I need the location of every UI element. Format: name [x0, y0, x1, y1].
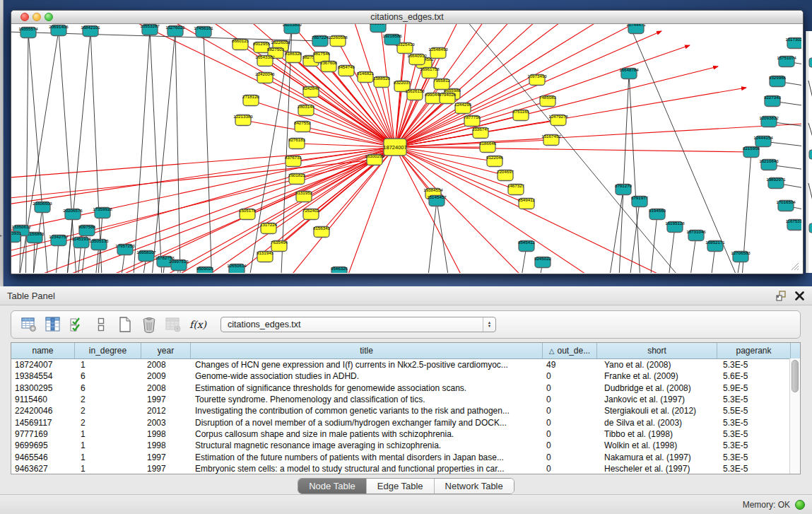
- network-node[interactable]: 10744471: [626, 24, 646, 34]
- network-node[interactable]: 15167452: [541, 134, 561, 146]
- network-node[interactable]: 9546325: [331, 266, 348, 274]
- network-node[interactable]: 7252402: [302, 208, 320, 220]
- column-header-pagerank[interactable]: pagerank: [717, 343, 791, 358]
- network-node[interactable]: 16210643: [759, 158, 779, 170]
- network-node[interactable]: 12479278: [548, 114, 568, 126]
- network-window[interactable]: citations_edges.txt 18724007183002958660…: [11, 10, 804, 274]
- network-node[interactable]: 12706583: [731, 250, 751, 262]
- network-node[interactable]: 9329966: [769, 75, 787, 87]
- table-row[interactable]: 969969511998Structural magnetic resonanc…: [11, 440, 800, 451]
- network-node[interactable]: 8660123: [232, 38, 249, 50]
- network-node[interactable]: 9242848: [302, 86, 320, 98]
- table-row[interactable]: 911546021997Tourette syndrome. Phenomeno…: [11, 394, 800, 405]
- network-node-hub[interactable]: 18724007: [383, 139, 406, 156]
- network-node[interactable]: 16961758: [420, 66, 440, 78]
- memory-ok-indicator[interactable]: [795, 500, 805, 510]
- table-scrollbar[interactable]: [789, 358, 800, 474]
- network-node[interactable]: 2718120: [242, 94, 260, 106]
- network-node[interactable]: 12260588: [328, 35, 348, 47]
- close-panel-icon[interactable]: [794, 290, 805, 301]
- network-node[interactable]: 9122046: [486, 155, 504, 167]
- table-row[interactable]: 2242004622012Investigating the contribut…: [11, 405, 800, 416]
- create-column-icon[interactable]: [116, 315, 134, 334]
- column-header-short[interactable]: short: [597, 343, 717, 358]
- delete-table-icon[interactable]: [164, 315, 182, 334]
- network-node[interactable]: 1588520: [373, 76, 391, 88]
- column-header-in-degree[interactable]: in_degree: [75, 343, 141, 358]
- network-node[interactable]: 2367608: [320, 60, 338, 72]
- network-node[interactable]: 8791279: [615, 183, 632, 195]
- delete-column-icon[interactable]: [140, 315, 158, 334]
- tab-edge-table[interactable]: Edge Table: [366, 479, 434, 493]
- network-node[interactable]: 12093832: [759, 115, 779, 127]
- network-node[interactable]: 2204697: [497, 169, 514, 181]
- network-node[interactable]: 17359928: [93, 206, 112, 218]
- network-node[interactable]: 15173024: [785, 37, 801, 49]
- table-selector-dropdown[interactable]: citations_edges.txt ▲▼: [220, 317, 496, 332]
- tab-network-table[interactable]: Network Table: [434, 479, 514, 493]
- network-node[interactable]: 9276183: [288, 137, 306, 149]
- network-node[interactable]: 1036747: [472, 127, 490, 139]
- network-node[interactable]: 12548493: [428, 47, 448, 59]
- network-node[interactable]: 16640910: [407, 53, 427, 65]
- network-node[interactable]: 9131952: [295, 190, 313, 202]
- network-node[interactable]: 2901823: [288, 173, 306, 185]
- table-row[interactable]: 977716911998Corpus callosum shape and si…: [11, 428, 800, 440]
- network-node[interactable]: 11451914: [71, 236, 91, 248]
- network-node[interactable]: 8215958: [743, 146, 760, 158]
- network-node[interactable]: 12342757: [49, 234, 69, 246]
- column-header-year[interactable]: year: [141, 343, 191, 358]
- network-node[interactable]: 7955812: [433, 78, 451, 90]
- network-node[interactable]: 7857224: [312, 35, 329, 47]
- network-node[interactable]: 20691406: [49, 24, 69, 36]
- network-node[interactable]: 20206576: [63, 208, 83, 220]
- network-node[interactable]: 10553287: [140, 24, 160, 35]
- network-node[interactable]: 9509025: [196, 266, 214, 274]
- table-row[interactable]: 1872400712008Changes of HCN gene express…: [11, 359, 800, 370]
- network-node[interactable]: 17016504: [776, 199, 796, 211]
- network-node[interactable]: 9794028: [439, 92, 457, 104]
- network-canvas[interactable]: 1872400718300295866012389129551822605898…: [11, 24, 801, 273]
- network-node[interactable]: 10973493: [527, 74, 547, 86]
- table-mode-icon[interactable]: [20, 315, 38, 334]
- network-node[interactable]: 16195128: [665, 221, 685, 233]
- network-node[interactable]: 21606503: [33, 201, 52, 213]
- table-row[interactable]: 1456911722003Disruption of a novel membe…: [11, 416, 800, 428]
- network-node[interactable]: 8751165: [512, 109, 529, 121]
- network-node[interactable]: 22420046: [255, 71, 275, 83]
- table-row[interactable]: 946554611997Estimation of the future num…: [11, 451, 800, 462]
- function-builder-icon[interactable]: f(x): [189, 319, 206, 330]
- network-node[interactable]: 19892971: [766, 177, 786, 189]
- network-node[interactable]: 1244296: [454, 102, 472, 114]
- network-node[interactable]: 8813054: [370, 24, 387, 33]
- table-row[interactable]: 946362711997Embryonic stem cells: a mode…: [11, 463, 800, 474]
- network-node[interactable]: 6791977: [631, 195, 649, 207]
- network-node[interactable]: 3186646: [479, 141, 497, 153]
- network-node[interactable]: 19355574: [18, 26, 38, 38]
- network-node[interactable]: 9131943: [257, 250, 274, 262]
- column-selection-icon[interactable]: [68, 315, 86, 334]
- network-node[interactable]: 8376731: [285, 155, 302, 167]
- network-node[interactable]: 9097588: [78, 224, 96, 236]
- table-scrollbar-thumb[interactable]: [792, 360, 799, 392]
- network-node[interactable]: 1505178: [239, 208, 257, 220]
- column-header-out-de-[interactable]: △out_de...: [543, 343, 597, 358]
- network-node[interactable]: 16842101: [81, 25, 100, 37]
- network-node[interactable]: 1467327: [507, 183, 525, 195]
- network-node[interactable]: 16648784: [619, 67, 639, 79]
- network-node[interactable]: 16952171: [705, 240, 725, 252]
- network-node[interactable]: 9245022: [534, 256, 552, 268]
- network-node[interactable]: 12213383: [233, 114, 253, 126]
- network-node[interactable]: 8454749: [338, 64, 355, 76]
- network-node[interactable]: 8186328: [285, 51, 302, 63]
- column-header-name[interactable]: name: [11, 343, 75, 358]
- show-columns-icon[interactable]: [44, 315, 62, 334]
- tab-node-table[interactable]: Node Table: [298, 479, 366, 493]
- network-node[interactable]: 16958107: [136, 250, 156, 262]
- network-node[interactable]: 1317224: [260, 222, 278, 234]
- network-node[interactable]: 12650614: [227, 263, 247, 274]
- table-row[interactable]: 1938455462009Genome-wide association stu…: [11, 370, 800, 382]
- network-node[interactable]: 17456161: [194, 25, 213, 37]
- network-node[interactable]: 18731046: [686, 229, 706, 241]
- network-node[interactable]: 9194560: [649, 208, 666, 220]
